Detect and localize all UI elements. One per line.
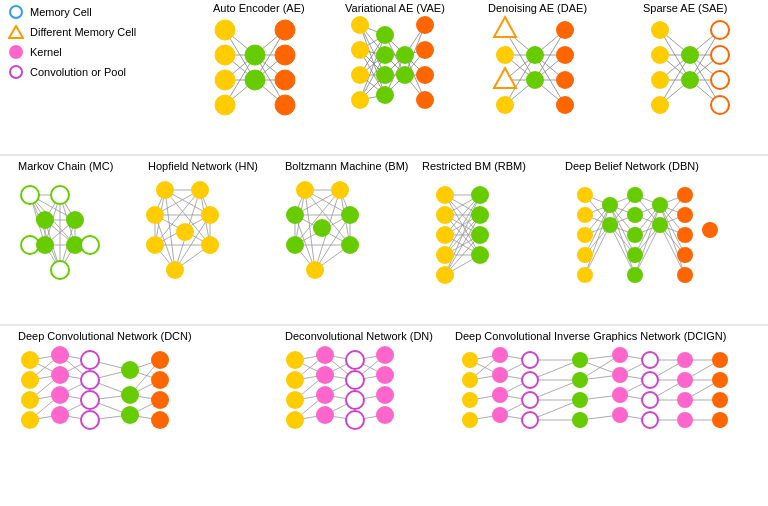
ae-node: [245, 70, 265, 90]
dcn-node: [81, 411, 99, 429]
hn-node: [166, 261, 184, 279]
rbm-node: [471, 226, 489, 244]
label-sae: Sparse AE (SAE): [643, 2, 727, 14]
sae-node: [711, 46, 729, 64]
dcn-node: [121, 406, 139, 424]
dcn-node: [51, 406, 69, 424]
dcign-node: [462, 412, 478, 428]
vae-node: [376, 86, 394, 104]
dcign-node: [642, 412, 658, 428]
rbm-node: [471, 246, 489, 264]
ae-node: [275, 95, 295, 115]
dbn-node: [577, 227, 593, 243]
dcign-node: [522, 352, 538, 368]
dn-node: [286, 371, 304, 389]
dn-node: [316, 346, 334, 364]
vae-node: [416, 91, 434, 109]
vae-node: [376, 66, 394, 84]
dae-node: [526, 71, 544, 89]
hn-node: [191, 181, 209, 199]
dae-node: [556, 96, 574, 114]
bm-node: [296, 181, 314, 199]
hn-node: [146, 206, 164, 224]
dcn-node: [51, 346, 69, 364]
mc-node: [51, 261, 69, 279]
dn-node: [286, 351, 304, 369]
mc-node: [81, 236, 99, 254]
mc-node: [36, 211, 54, 229]
sae-node: [681, 46, 699, 64]
dbn-node: [627, 247, 643, 263]
dn-node: [376, 366, 394, 384]
mc-node: [21, 186, 39, 204]
dcn-node: [121, 386, 139, 404]
dbn-node: [627, 207, 643, 223]
dn-node: [376, 406, 394, 424]
dbn-node: [677, 247, 693, 263]
sae-node: [711, 96, 729, 114]
vae-node: [396, 46, 414, 64]
dcign-node: [677, 352, 693, 368]
rbm-node: [436, 266, 454, 284]
dcign-node: [642, 372, 658, 388]
main-diagram: Auto Encoder (AE) Variational AE (VAE) D…: [0, 0, 768, 506]
ae-node: [275, 20, 295, 40]
dae-node: [526, 46, 544, 64]
vae-node: [416, 66, 434, 84]
dae-node: [556, 46, 574, 64]
dn-node: [346, 351, 364, 369]
label-hn: Hopfield Network (HN): [148, 160, 258, 172]
svg-line-112: [165, 190, 175, 270]
dbn-node: [702, 222, 718, 238]
dbn-node: [652, 197, 668, 213]
dae-triangle: [494, 17, 516, 37]
label-dbn: Deep Belief Network (DBN): [565, 160, 699, 172]
dcign-node: [612, 347, 628, 363]
dcign-node: [677, 372, 693, 388]
mc-node: [66, 211, 84, 229]
dn-node: [286, 411, 304, 429]
dcn-node: [151, 351, 169, 369]
label-bm: Boltzmann Machine (BM): [285, 160, 409, 172]
dcign-node: [642, 352, 658, 368]
label-ae: Auto Encoder (AE): [213, 2, 305, 14]
vae-node: [351, 41, 369, 59]
dbn-node: [602, 217, 618, 233]
dbn-node: [627, 267, 643, 283]
dbn-node: [627, 227, 643, 243]
rbm-node: [471, 186, 489, 204]
vae-node: [416, 16, 434, 34]
hn-node: [176, 223, 194, 241]
dn-node: [316, 386, 334, 404]
svg-line-166: [445, 215, 480, 275]
dcign-node: [462, 352, 478, 368]
dn-node: [286, 391, 304, 409]
bm-node: [341, 236, 359, 254]
dcn-node: [81, 391, 99, 409]
dcn-node: [151, 371, 169, 389]
dcign-node: [522, 412, 538, 428]
bm-node: [286, 206, 304, 224]
dcign-node: [492, 387, 508, 403]
vae-node: [376, 26, 394, 44]
dcn-node: [151, 391, 169, 409]
dbn-node: [677, 207, 693, 223]
dbn-node: [602, 197, 618, 213]
dae-node: [496, 46, 514, 64]
ae-node: [275, 45, 295, 65]
dae-node: [556, 71, 574, 89]
bm-node: [341, 206, 359, 224]
dae-node: [496, 96, 514, 114]
dcn-node: [51, 386, 69, 404]
vae-node: [351, 91, 369, 109]
dbn-node: [577, 187, 593, 203]
hn-node: [201, 236, 219, 254]
sae-node: [651, 71, 669, 89]
label-dn: Deconvolutional Network (DN): [285, 330, 433, 342]
dn-node: [376, 386, 394, 404]
sae-node: [711, 21, 729, 39]
rbm-node: [436, 206, 454, 224]
sae-node: [681, 71, 699, 89]
dcign-node: [492, 367, 508, 383]
dcign-node: [572, 372, 588, 388]
